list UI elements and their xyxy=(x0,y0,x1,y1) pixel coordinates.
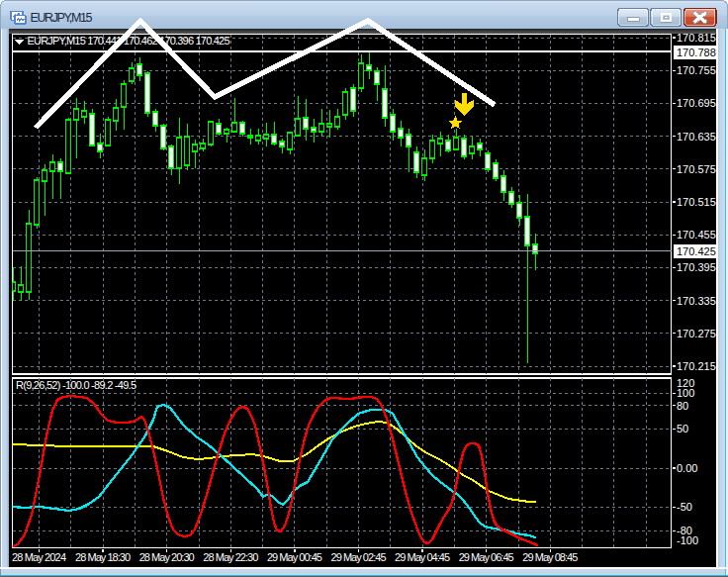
svg-text:170.635: 170.635 xyxy=(677,131,716,143)
svg-text:EURJPY,M15: EURJPY,M15 xyxy=(31,11,93,25)
svg-text:170.455: 170.455 xyxy=(677,229,716,240)
svg-text:28 May 22:30: 28 May 22:30 xyxy=(203,551,258,563)
svg-text:29 May 08:45: 29 May 08:45 xyxy=(522,551,578,563)
svg-text:28 May 20:30: 28 May 20:30 xyxy=(139,551,195,563)
svg-text:29 May 00:45: 29 May 00:45 xyxy=(267,551,322,563)
svg-text:R(9,26,52) -100.0 -89.2 -49.5: R(9,26,52) -100.0 -89.2 -49.5 xyxy=(16,379,136,391)
svg-text:0.00: 0.00 xyxy=(677,462,697,474)
svg-text:170.575: 170.575 xyxy=(677,163,716,175)
svg-text:170.335: 170.335 xyxy=(677,295,716,307)
svg-text:170.815: 170.815 xyxy=(677,32,716,44)
svg-text:29 May 02:45: 29 May 02:45 xyxy=(331,551,387,563)
svg-text:170.515: 170.515 xyxy=(677,196,716,208)
svg-text:50: 50 xyxy=(677,423,688,434)
svg-text:28 May 2024: 28 May 2024 xyxy=(12,551,66,563)
svg-text:-50: -50 xyxy=(677,501,692,513)
svg-text:29 May 06:45: 29 May 06:45 xyxy=(459,551,514,563)
svg-text:170.425: 170.425 xyxy=(677,245,716,257)
svg-text:170.275: 170.275 xyxy=(677,328,716,339)
svg-text:29 May 04:45: 29 May 04:45 xyxy=(395,551,450,563)
svg-text:80: 80 xyxy=(677,400,688,412)
svg-text:-100: -100 xyxy=(677,534,698,546)
svg-text:170.395: 170.395 xyxy=(677,261,716,273)
svg-text:170.695: 170.695 xyxy=(677,97,716,109)
svg-text:170.755: 170.755 xyxy=(677,64,716,76)
svg-text:170.788: 170.788 xyxy=(677,47,716,58)
svg-text:28 May 18:30: 28 May 18:30 xyxy=(75,551,131,563)
svg-text:170.215: 170.215 xyxy=(677,360,716,372)
svg-text:100: 100 xyxy=(677,387,694,399)
